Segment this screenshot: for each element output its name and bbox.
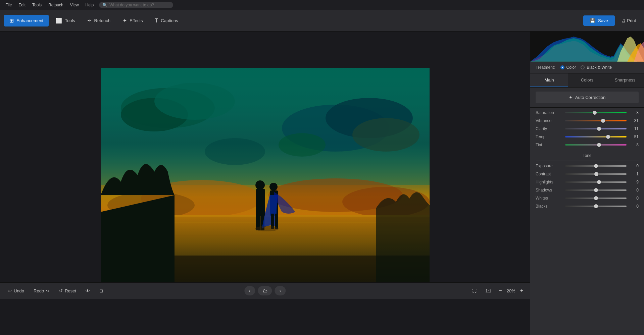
menu-tools[interactable]: Tools — [30, 2, 44, 8]
slider-row-temp: Temp 51 — [536, 134, 639, 139]
blacks-label: Blacks — [536, 204, 562, 209]
blacks-track[interactable] — [565, 206, 627, 207]
toolbar-effects-label: Effects — [130, 18, 143, 23]
tint-thumb[interactable] — [597, 143, 601, 147]
treatment-radio-group: Color Black & White — [560, 65, 612, 70]
zoom-level: 20% — [507, 288, 515, 293]
menu-edit[interactable]: Edit — [16, 2, 28, 8]
tab-colors[interactable]: Colors — [568, 73, 606, 87]
highlights-thumb[interactable] — [597, 180, 601, 184]
blacks-thumb[interactable] — [594, 204, 598, 208]
prev-button[interactable]: ‹ — [244, 286, 255, 295]
zoom-in-button[interactable]: + — [519, 286, 525, 295]
temp-track[interactable] — [565, 136, 627, 137]
clarity-label: Clarity — [536, 126, 562, 131]
highlights-track[interactable] — [565, 181, 627, 183]
ratio-label: 1:1 — [485, 288, 491, 293]
contrast-track[interactable] — [565, 173, 627, 175]
tab-sharpness[interactable]: Sharpness — [606, 73, 644, 87]
shadows-thumb[interactable] — [594, 188, 598, 192]
contrast-label: Contrast — [536, 172, 562, 176]
treatment-bw-option[interactable]: Black & White — [581, 65, 612, 70]
shadows-value: 0 — [629, 188, 639, 192]
saturation-value: -3 — [629, 110, 639, 115]
photo-container — [101, 68, 430, 282]
eye-icon: 👁 — [86, 288, 90, 293]
save-label: Save — [598, 18, 608, 23]
tint-track[interactable] — [565, 144, 627, 146]
whites-value: 0 — [629, 196, 639, 201]
slider-row-whites: Whites 0 — [536, 196, 639, 201]
whites-thumb[interactable] — [594, 196, 598, 200]
shadows-track[interactable] — [565, 189, 627, 191]
tab-main[interactable]: Main — [530, 73, 568, 87]
panel-tabs: Main Colors Sharpness — [530, 73, 644, 88]
clarity-thumb[interactable] — [597, 127, 601, 131]
reset-icon: ↺ — [59, 288, 63, 293]
tools-icon: ⬜ — [55, 17, 62, 24]
compare-button[interactable]: ⊡ — [97, 287, 106, 295]
folder-button[interactable]: 🗁 — [258, 286, 272, 295]
next-button[interactable]: › — [275, 286, 286, 295]
menu-retouch[interactable]: Retouch — [46, 2, 66, 8]
clarity-track[interactable] — [565, 128, 627, 129]
save-button[interactable]: 💾 Save — [583, 15, 615, 26]
menu-view[interactable]: View — [67, 2, 82, 8]
toolbar-retouch-label: Retouch — [94, 18, 110, 23]
auto-correction-button[interactable]: ✦ Auto Correction — [536, 92, 639, 103]
fullscreen-icon: ⛶ — [472, 288, 477, 293]
vibrance-thumb[interactable] — [601, 119, 605, 123]
right-panel: Treatment: Color Black & White Main Colo… — [530, 32, 644, 335]
exposure-label: Exposure — [536, 164, 562, 168]
toolbar-captions-label: Captions — [161, 18, 178, 23]
treatment-color-option[interactable]: Color — [560, 65, 576, 70]
reset-label: Reset — [65, 288, 76, 293]
effects-icon: ✦ — [122, 17, 127, 24]
zoom-out-button[interactable]: − — [497, 286, 503, 295]
treatment-label: Treatment: — [536, 65, 555, 70]
search-input[interactable] — [109, 3, 170, 7]
toolbar-enhancement-label: Enhancement — [16, 18, 43, 23]
menu-file[interactable]: File — [3, 2, 14, 8]
toolbar-enhancement[interactable]: ⊞ Enhancement — [4, 15, 49, 26]
captions-icon: T — [155, 18, 158, 24]
tint-value: 8 — [629, 143, 639, 147]
histogram — [530, 32, 644, 62]
print-button[interactable]: 🖨 Print — [617, 15, 640, 26]
slider-row-clarity: Clarity 11 — [536, 126, 639, 131]
toolbar-tools[interactable]: ⬜ Tools — [50, 15, 80, 26]
undo-button[interactable]: ↩ Undo — [5, 287, 27, 295]
temp-thumb[interactable] — [606, 135, 610, 139]
shadows-label: Shadows — [536, 188, 562, 192]
tint-label: Tint — [536, 143, 562, 147]
reset-button[interactable]: ↺ Reset — [56, 287, 79, 295]
slider-row-contrast: Contrast 1 — [536, 172, 639, 176]
saturation-label: Saturation — [536, 110, 562, 115]
exposure-thumb[interactable] — [594, 164, 598, 168]
treatment-color-radio[interactable] — [560, 65, 564, 69]
slider-row-tint: Tint 8 — [536, 143, 639, 147]
temp-label: Temp — [536, 134, 562, 139]
menu-help[interactable]: Help — [83, 2, 97, 8]
main-area: ↩ Undo Redo ↪ ↺ Reset 👁 ⊡ ‹ 🗁 › — [0, 32, 644, 335]
exposure-track[interactable] — [565, 165, 627, 167]
toolbar-captions[interactable]: T Captions — [150, 15, 184, 26]
undo-label: Undo — [14, 288, 24, 293]
search-bar[interactable]: 🔍 — [99, 2, 173, 8]
toolbar-retouch[interactable]: ✒ Retouch — [82, 15, 116, 26]
redo-button[interactable]: Redo ↪ — [31, 287, 52, 295]
vibrance-value: 31 — [629, 118, 639, 123]
fullscreen-button[interactable]: ⛶ — [469, 287, 479, 295]
treatment-bw-radio[interactable] — [581, 65, 585, 69]
toolbar-effects[interactable]: ✦ Effects — [117, 15, 148, 26]
vibrance-track[interactable] — [565, 120, 627, 121]
contrast-thumb[interactable] — [594, 172, 598, 176]
print-label: Print — [627, 18, 636, 23]
whites-track[interactable] — [565, 198, 627, 199]
saturation-thumb[interactable] — [593, 111, 597, 115]
toolbar: ⊞ Enhancement ⬜ Tools ✒ Retouch ✦ Effect… — [0, 10, 644, 32]
saturation-track[interactable] — [565, 112, 627, 113]
treatment-section: Treatment: Color Black & White — [530, 62, 644, 73]
ratio-button[interactable]: 1:1 — [483, 287, 494, 295]
preview-button[interactable]: 👁 — [83, 287, 93, 295]
